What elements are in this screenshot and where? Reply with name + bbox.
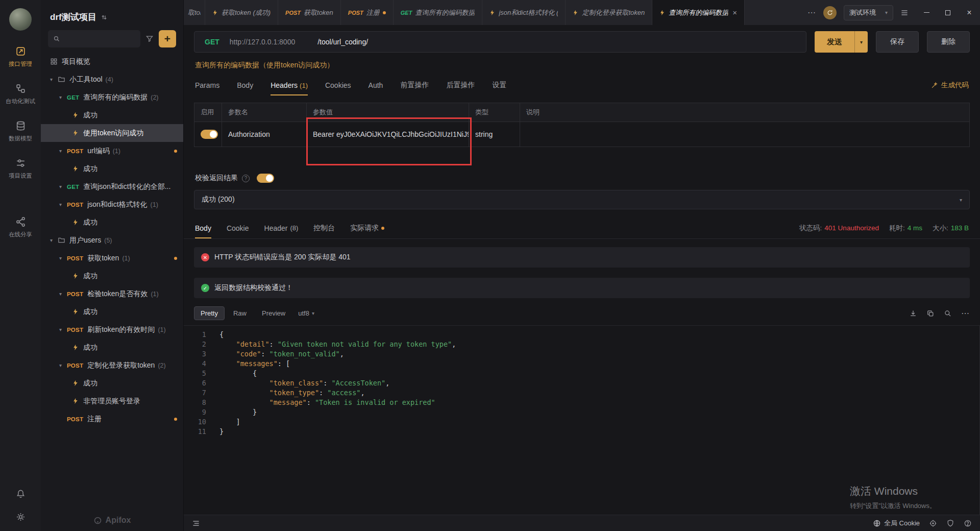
request-tab[interactable]: 后置操作 bbox=[446, 75, 475, 95]
chevron-down-icon[interactable]: ▾ bbox=[50, 77, 58, 82]
chevron-down-icon[interactable]: ▾ bbox=[50, 237, 58, 243]
tree-item[interactable]: 成功 bbox=[41, 339, 183, 356]
param-value-cell[interactable]: Bearer eyJ0eXAiOiJKV1QiLCJhbGciOiJIUzI1N… bbox=[307, 122, 469, 147]
chevron-down-icon[interactable]: ▾ bbox=[59, 255, 67, 261]
tree-item[interactable]: ▾ 用户users (5) bbox=[41, 231, 183, 249]
param-name-cell[interactable]: Authorization bbox=[222, 122, 307, 147]
response-tab[interactable]: 实际请求 bbox=[350, 218, 384, 238]
generate-code-button[interactable]: 生成代码 bbox=[931, 81, 969, 90]
enable-toggle[interactable] bbox=[201, 130, 218, 139]
tree-item[interactable]: 使用token访问成功 bbox=[41, 124, 183, 142]
response-tab[interactable]: Body bbox=[195, 218, 211, 238]
tree-item[interactable]: ▾ POST url编码 (1) bbox=[41, 142, 183, 160]
response-tab[interactable]: Cookie bbox=[227, 218, 249, 238]
request-tab[interactable]: Headers (1) bbox=[271, 75, 308, 95]
request-tab[interactable]: Cookies bbox=[325, 75, 351, 95]
sync-icon[interactable] bbox=[823, 6, 837, 19]
nav-api-management[interactable]: 接口管理 bbox=[9, 46, 32, 68]
chevron-down-icon[interactable]: ▾ bbox=[59, 202, 67, 207]
gear-icon[interactable] bbox=[16, 512, 26, 522]
tab[interactable]: POST 获取token bbox=[278, 0, 341, 25]
tree-item[interactable]: ▾ POST 定制化登录获取token (2) bbox=[41, 356, 183, 374]
project-title[interactable]: drf测试项目 bbox=[50, 11, 96, 23]
param-desc-cell[interactable] bbox=[520, 122, 969, 147]
search-box[interactable] bbox=[48, 30, 140, 47]
environment-select[interactable]: 测试环境 ▾ bbox=[844, 5, 893, 20]
request-tab[interactable]: 前置操作 bbox=[400, 75, 429, 95]
chevron-down-icon[interactable]: ▾ bbox=[59, 291, 67, 297]
param-type-cell[interactable]: string bbox=[469, 122, 520, 147]
request-tab[interactable]: 设置 bbox=[492, 75, 506, 95]
close-window-button[interactable]: × bbox=[959, 0, 980, 25]
tree-item[interactable]: 成功 bbox=[41, 267, 183, 285]
tab[interactable]: 定制化登录获取token bbox=[566, 0, 652, 25]
validate-toggle[interactable] bbox=[257, 174, 274, 183]
tree-item[interactable]: 成功 bbox=[41, 303, 183, 321]
nav-automation-test[interactable]: 自动化测试 bbox=[6, 83, 35, 105]
tree-item[interactable]: ▾ POST json和dict格式转化 (1) bbox=[41, 196, 183, 213]
tree-item[interactable]: ▾ GET 查询所有的编码数据 (2) bbox=[41, 88, 183, 106]
url-input[interactable]: GET http://127.0.0.1:8000 /tool/url_codi… bbox=[194, 31, 806, 53]
nav-online-share[interactable]: 在线分享 bbox=[9, 216, 32, 238]
chevron-down-icon[interactable]: ▾ bbox=[59, 327, 67, 332]
request-tab[interactable]: Auth bbox=[369, 75, 383, 95]
tab[interactable]: 取tok bbox=[184, 0, 205, 25]
menu-icon[interactable] bbox=[900, 9, 909, 17]
minimize-button[interactable] bbox=[916, 0, 937, 25]
more-icon[interactable]: ⋯ bbox=[961, 308, 970, 318]
response-tab[interactable]: 控制台 bbox=[313, 218, 335, 238]
chevron-down-icon[interactable]: ▾ bbox=[59, 148, 67, 154]
global-cookie-button[interactable]: 全局 Cookie bbox=[873, 519, 920, 528]
tree-item[interactable]: ▾ POST 刷新token的有效时间 (1) bbox=[41, 321, 183, 339]
view-mode-button[interactable]: Raw bbox=[227, 306, 253, 320]
close-tab-icon[interactable]: × bbox=[732, 8, 737, 17]
tab[interactable]: 查询所有的编码数据 × bbox=[652, 0, 745, 25]
tree-item[interactable]: 项目概览 bbox=[41, 53, 183, 70]
search-input[interactable] bbox=[64, 35, 135, 43]
add-button[interactable]: + bbox=[159, 30, 176, 47]
search-icon[interactable] bbox=[944, 309, 952, 318]
download-icon[interactable] bbox=[909, 309, 917, 318]
filter-icon[interactable] bbox=[145, 35, 154, 43]
tree-item[interactable]: ▾ POST 获取token (1) bbox=[41, 249, 183, 267]
target-icon[interactable] bbox=[929, 519, 937, 527]
tree-item[interactable]: 非管理员账号登录 bbox=[41, 392, 183, 410]
more-tabs-icon[interactable]: ⋯ bbox=[807, 8, 816, 17]
help-icon[interactable] bbox=[964, 519, 972, 527]
response-tab[interactable]: Header (8) bbox=[264, 218, 299, 238]
project-switcher-icon[interactable] bbox=[101, 14, 108, 21]
avatar[interactable] bbox=[9, 8, 32, 31]
tab[interactable]: 获取token (成功) bbox=[205, 0, 278, 25]
tree-item[interactable]: 成功 bbox=[41, 374, 183, 392]
view-mode-button[interactable]: Preview bbox=[255, 306, 292, 320]
tree-item[interactable]: 成功 bbox=[41, 213, 183, 231]
save-button[interactable]: 保存 bbox=[876, 31, 919, 53]
encoding-select[interactable]: utf8 ▾ bbox=[298, 309, 314, 317]
chevron-down-icon[interactable]: ▾ bbox=[59, 184, 67, 189]
tree-item[interactable]: 成功 bbox=[41, 160, 183, 178]
view-mode-button[interactable]: Pretty bbox=[194, 306, 225, 320]
request-path[interactable]: /tool/url_coding/ bbox=[317, 38, 368, 46]
tree-item[interactable]: ▾ 小工具tool (4) bbox=[41, 70, 183, 88]
tab[interactable]: POST 注册 bbox=[341, 0, 394, 25]
copy-icon[interactable] bbox=[926, 309, 935, 318]
tab[interactable]: GET 查询所有的编码数据 bbox=[394, 0, 483, 25]
send-button[interactable]: 发送 ▾ bbox=[815, 31, 868, 53]
bell-icon[interactable] bbox=[16, 489, 26, 499]
chevron-down-icon[interactable]: ▾ bbox=[59, 363, 67, 368]
tree-item[interactable]: 成功 bbox=[41, 106, 183, 124]
nav-data-model[interactable]: 数据模型 bbox=[9, 120, 32, 142]
shield-icon[interactable] bbox=[946, 519, 954, 527]
tree-item[interactable]: ▾ POST 检验token是否有效 (1) bbox=[41, 285, 183, 303]
delete-button[interactable]: 删除 bbox=[927, 31, 970, 53]
tree-item[interactable]: ▾ GET 查询json和dict转化的全部... bbox=[41, 178, 183, 196]
chevron-down-icon[interactable]: ▾ bbox=[59, 94, 67, 100]
request-tab[interactable]: Params bbox=[195, 75, 219, 95]
request-tab[interactable]: Body bbox=[237, 75, 253, 95]
expected-response-select[interactable]: 成功 (200) ▾ bbox=[194, 190, 970, 209]
console-icon[interactable] bbox=[192, 519, 200, 527]
tab[interactable]: json和dict格式转化 (成功) bbox=[482, 0, 566, 25]
maximize-button[interactable] bbox=[937, 0, 959, 25]
nav-project-settings[interactable]: 项目设置 bbox=[9, 158, 32, 180]
tree-item[interactable]: POST 注册 bbox=[41, 410, 183, 428]
